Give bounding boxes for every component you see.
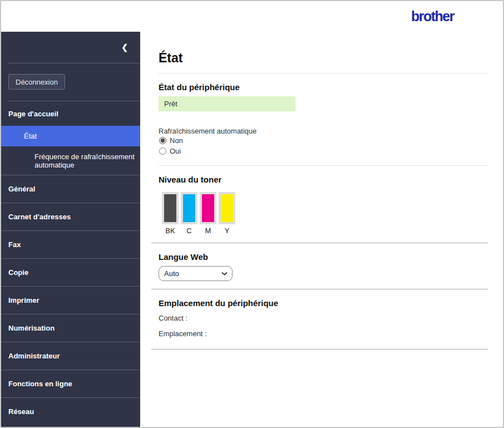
toner-gauge [162, 192, 179, 224]
body-row: ❮ Déconnexion Page d'accueil État Fréque… [1, 32, 503, 427]
toner-gauge [181, 192, 197, 224]
sidebar-item-status-active[interactable]: État [1, 126, 140, 146]
main-content: État État du périphérique Prêt Rafraîchi… [140, 32, 503, 427]
auto-refresh-radio-no-label[interactable]: Non [170, 136, 183, 145]
sidebar-item-copy[interactable]: Copie [1, 258, 140, 286]
sidebar-item-scan[interactable]: Numérisation [1, 314, 140, 342]
divider [151, 243, 488, 243]
sidebar-item-administrator[interactable]: Administrateur [1, 342, 140, 370]
toner-cartridge-cyan: C [181, 192, 197, 235]
toner-gauge [219, 192, 235, 224]
toner-gauge [200, 192, 216, 224]
auto-refresh-radio-yes[interactable] [159, 147, 166, 155]
toner-label: C [186, 227, 191, 235]
sidebar-collapse-row: ❮ [1, 32, 140, 63]
divider [151, 289, 488, 289]
auto-refresh-radio-yes-label[interactable]: Oui [170, 147, 181, 155]
top-header: brother [1, 1, 503, 32]
sidebar-item-refresh-frequency[interactable]: Fréquence de rafraîchissement automatiqu… [1, 146, 140, 175]
logout-row: Déconnexion [1, 63, 140, 101]
sidebar-item-online-functions[interactable]: Fonctions en ligne [1, 370, 140, 397]
sidebar-item-network[interactable]: Réseau [1, 397, 140, 425]
toner-cartridge-yellow: Y [219, 192, 235, 235]
location-label: Emplacement : [159, 329, 488, 338]
toner-fill-cyan [183, 194, 195, 222]
device-status-text: Prêt [164, 100, 177, 108]
sidebar-item-print[interactable]: Imprimer [1, 286, 140, 314]
device-status-heading: État du périphérique [159, 82, 488, 92]
toner-fill-black [164, 194, 176, 222]
toner-fill-magenta [202, 194, 214, 222]
page-frame: brother ❮ Déconnexion Page d'accueil Éta… [0, 0, 504, 428]
divider [159, 73, 488, 73]
sidebar-item-label: Fréquence de rafraîchissement automatiqu… [34, 152, 137, 169]
auto-refresh-label: Rafraîchissement automatique [159, 127, 488, 135]
toner-cartridge-magenta: M [200, 192, 216, 235]
contact-label: Contact : [159, 314, 488, 322]
toner-label: Y [225, 227, 230, 235]
toner-heading: Niveau du toner [159, 175, 488, 184]
toner-level-display: BK C M [162, 192, 488, 235]
sidebar-item-general[interactable]: Général [1, 175, 140, 203]
toner-cartridge-black: BK [162, 192, 179, 235]
web-language-heading: Langue Web [159, 252, 488, 262]
page-title: État [159, 50, 488, 66]
auto-refresh-option-no: Non [159, 135, 488, 146]
brother-logo: brother [411, 8, 454, 24]
toner-label: BK [165, 227, 175, 235]
toner-fill-yellow [221, 194, 233, 222]
auto-refresh-radio-no[interactable] [159, 137, 166, 144]
toner-label: M [205, 227, 211, 235]
sidebar-item-home[interactable]: Page d'accueil [1, 101, 140, 126]
sidebar: ❮ Déconnexion Page d'accueil État Fréque… [1, 32, 140, 427]
device-location-heading: Emplacement du périphérique [159, 298, 488, 308]
logout-button[interactable]: Déconnexion [8, 74, 65, 90]
sidebar-collapse-icon[interactable]: ❮ [121, 43, 128, 52]
sidebar-item-fax[interactable]: Fax [1, 230, 140, 258]
auto-refresh-option-yes: Oui [159, 146, 488, 156]
divider [159, 165, 488, 166]
sidebar-item-address-book[interactable]: Carnet d'adresses [1, 203, 140, 230]
device-status-value: Prêt [159, 96, 295, 111]
web-language-select-wrap: Auto [159, 266, 233, 281]
divider [151, 349, 488, 350]
sidebar-nav-list: Général Carnet d'adresses Fax Copie Impr… [1, 175, 140, 425]
web-language-select[interactable]: Auto [159, 266, 233, 281]
